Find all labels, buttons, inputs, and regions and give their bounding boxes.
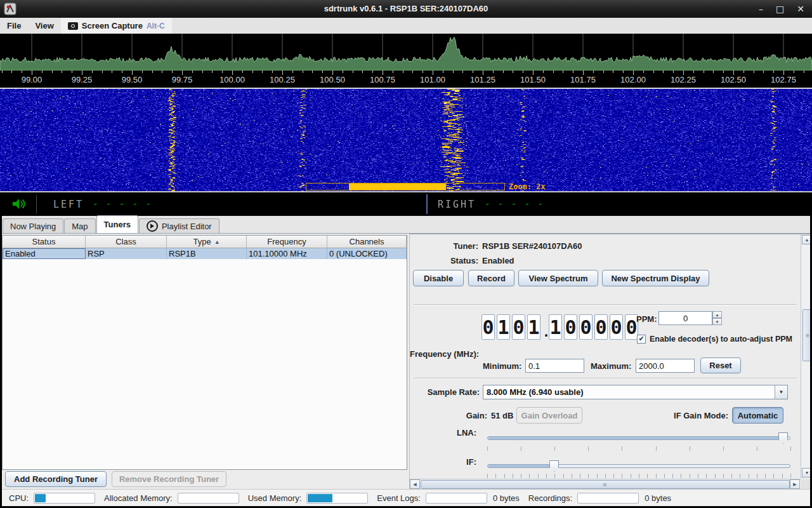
row-cell-channels[interactable]: 0 (UNLOCKED) bbox=[327, 248, 407, 259]
frequency-tick-label: 99.50 bbox=[122, 75, 143, 84]
ruler-tick bbox=[603, 70, 604, 73]
ruler-tick bbox=[132, 70, 133, 75]
ruler-tick bbox=[332, 70, 333, 75]
frequency-digit[interactable]: 0 bbox=[594, 314, 608, 340]
column-header-frequency[interactable]: Frequency bbox=[247, 236, 327, 248]
ruler-tick bbox=[503, 70, 504, 73]
ppm-spinner-buttons[interactable]: ▲▼ bbox=[712, 311, 722, 325]
disable-button[interactable]: Disable bbox=[413, 270, 464, 286]
frequency-ruler[interactable]: 99.0099.2599.5099.75100.00100.25100.5010… bbox=[0, 70, 812, 88]
frequency-digit[interactable]: 1 bbox=[549, 314, 562, 340]
frequency-digit[interactable]: 0 bbox=[610, 314, 623, 340]
lna-slider-thumb[interactable] bbox=[778, 432, 788, 444]
column-header-status[interactable]: Status bbox=[3, 236, 86, 248]
sample-rate-dropdown[interactable]: 8.000 MHz (6.940 usable) ▼ bbox=[483, 385, 788, 399]
auto-adjust-ppm-checkbox[interactable]: ✔ bbox=[637, 335, 646, 344]
maximum-frequency-input[interactable]: 2000.0 bbox=[636, 359, 695, 373]
frequency-digit[interactable]: 0 bbox=[481, 314, 495, 340]
frequency-digit[interactable]: 1 bbox=[497, 314, 510, 340]
lna-label: LNA: bbox=[422, 428, 476, 438]
record-button[interactable]: Record bbox=[468, 270, 514, 286]
menu-view[interactable]: View bbox=[28, 18, 60, 34]
minimum-frequency-input[interactable]: 0.1 bbox=[525, 359, 584, 373]
waterfall-viewport-indicator[interactable] bbox=[349, 184, 446, 190]
ruler-tick bbox=[182, 70, 183, 75]
tab-tuners[interactable]: Tuners bbox=[96, 215, 138, 233]
waterfall-display[interactable]: Zoom: 2x bbox=[0, 88, 812, 192]
if-slider-thumb[interactable] bbox=[549, 460, 559, 472]
tab-map[interactable]: Map bbox=[64, 218, 95, 233]
ppm-spinner[interactable]: 0 bbox=[658, 311, 712, 325]
column-header-type[interactable]: Type▲ bbox=[167, 236, 247, 248]
ruler-tick bbox=[22, 70, 22, 73]
close-icon[interactable]: ✕ bbox=[797, 0, 804, 18]
ruler-tick bbox=[383, 70, 383, 75]
column-header-channels[interactable]: Channels bbox=[327, 236, 407, 248]
frequency-tick-label: 100.75 bbox=[370, 75, 395, 84]
scroll-left-icon[interactable]: ◀ bbox=[410, 479, 420, 489]
waterfall-overview-bar[interactable] bbox=[306, 183, 505, 190]
lna-slider[interactable] bbox=[487, 436, 790, 440]
ruler-tick bbox=[473, 70, 473, 73]
row-cell-status[interactable]: Enabled bbox=[3, 248, 86, 259]
ruler-tick bbox=[112, 70, 112, 73]
ruler-tick bbox=[422, 70, 423, 73]
ruler-tick bbox=[673, 70, 674, 73]
frequency-digit[interactable]: 0 bbox=[579, 314, 593, 340]
menu-bar: File View Screen Capture Alt-C bbox=[0, 18, 812, 34]
row-cell-type[interactable]: RSP1B bbox=[167, 248, 247, 259]
frequency-digit[interactable]: 0 bbox=[512, 314, 525, 340]
horizontal-scrollbar[interactable]: ◀ ≡ ▶ bbox=[410, 479, 801, 490]
ruler-tick bbox=[252, 70, 253, 73]
frequency-tick-label: 100.50 bbox=[320, 75, 345, 84]
ruler-tick bbox=[343, 70, 343, 73]
minimum-label: Minimum: bbox=[483, 361, 521, 371]
minimize-icon[interactable]: – bbox=[759, 0, 763, 18]
add-recording-tuner-button[interactable]: Add Recording Tuner bbox=[5, 471, 107, 487]
main-tab-bar: Now Playing Map Tuners Playlist Editor bbox=[0, 216, 812, 234]
ruler-tick bbox=[733, 70, 734, 75]
spinner-down-icon[interactable]: ▼ bbox=[712, 318, 722, 325]
new-spectrum-display-button[interactable]: New Spectrum Display bbox=[602, 270, 709, 286]
ruler-tick bbox=[312, 70, 313, 73]
ruler-tick bbox=[783, 70, 784, 75]
speaker-icon[interactable] bbox=[10, 196, 27, 211]
spectrum-display[interactable]: 99.0099.2599.5099.75100.00100.25100.5010… bbox=[0, 34, 812, 88]
ruler-tick bbox=[162, 70, 162, 73]
recordings-size-value: 0 bytes bbox=[645, 493, 671, 503]
if-slider[interactable] bbox=[487, 464, 790, 468]
maximize-icon[interactable]: □ bbox=[776, 0, 784, 18]
ruler-tick bbox=[593, 70, 594, 73]
spinner-up-icon[interactable]: ▲ bbox=[712, 311, 722, 318]
row-cell-frequency[interactable]: 101.10000 MHz bbox=[247, 248, 327, 259]
allocated-memory-progress-bar bbox=[178, 493, 239, 504]
menu-screen-capture[interactable]: Screen Capture Alt-C bbox=[61, 18, 172, 34]
frequency-digit[interactable]: 0 bbox=[564, 314, 577, 340]
audio-left-label: LEFT bbox=[53, 199, 84, 210]
view-spectrum-button[interactable]: View Spectrum bbox=[518, 270, 598, 286]
scroll-right-icon[interactable]: ▶ bbox=[790, 479, 800, 489]
allocated-memory-label: Allocated Memory: bbox=[104, 493, 173, 503]
lna-slider-ticks bbox=[487, 446, 790, 451]
auto-adjust-ppm-label: Enable decoder(s) to auto-adjust PPM bbox=[650, 335, 792, 344]
ruler-tick bbox=[613, 70, 613, 73]
frequency-digit[interactable]: 1 bbox=[527, 314, 540, 340]
menu-file[interactable]: File bbox=[0, 18, 28, 34]
frequency-digit-control[interactable]: 0101.100000 bbox=[481, 314, 638, 340]
reset-button[interactable]: Reset bbox=[700, 358, 741, 373]
maximum-label: Maximum: bbox=[591, 361, 631, 371]
spectrum-plot[interactable] bbox=[0, 34, 812, 70]
ruler-tick bbox=[623, 70, 624, 73]
tab-playlist-editor[interactable]: Playlist Editor bbox=[139, 218, 219, 233]
tuner-table-selected-row[interactable]: EnabledRSPRSP1B101.10000 MHz0 (UNLOCKED) bbox=[3, 248, 407, 259]
row-cell-class[interactable]: RSP bbox=[86, 248, 167, 259]
tab-now-playing[interactable]: Now Playing bbox=[3, 218, 63, 233]
app-window: sdrtrunk v0.6.1 - RSP1B SER:240107DA60 –… bbox=[0, 0, 812, 508]
gain-overload-button[interactable]: Gain Overload bbox=[516, 407, 582, 424]
waterfall-canvas[interactable] bbox=[0, 89, 812, 191]
ruler-tick bbox=[663, 70, 664, 73]
remove-recording-tuner-button[interactable]: Remove Recording Tuner bbox=[112, 471, 226, 487]
horizontal-scrollbar-thumb[interactable]: ≡ bbox=[421, 480, 790, 489]
if-gain-mode-automatic-button[interactable]: Automatic bbox=[732, 407, 783, 424]
column-header-class[interactable]: Class bbox=[86, 236, 167, 248]
